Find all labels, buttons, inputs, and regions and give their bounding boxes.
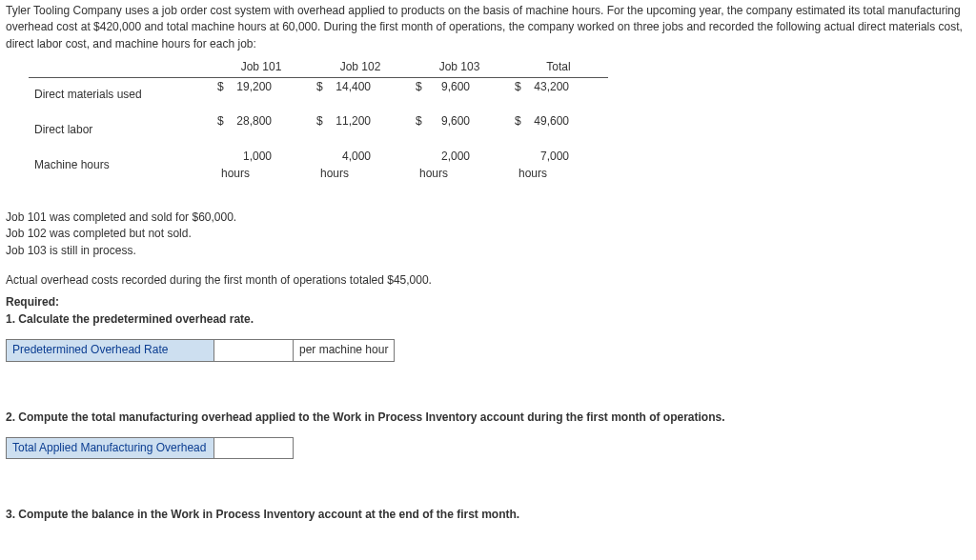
intro-paragraph: Tyler Tooling Company uses a job order c… [6,3,968,52]
job-status: Job 102 was completed but not sold. [6,226,968,242]
col-header: Job 101 [212,58,311,77]
row-label: Machine hours [29,148,212,183]
table-row: Direct labor $28,800 $11,200 $9,600 $49,… [29,112,608,148]
col-header: Job 103 [410,58,509,77]
page-content: Tyler Tooling Company uses a job order c… [0,0,974,530]
job-status-block: Job 101 was completed and sold for $60,0… [6,210,968,259]
required-heading: Required: [6,294,968,310]
job-cost-table: Job 101 Job 102 Job 103 Total Direct mat… [29,58,608,183]
row-label: Direct labor [29,112,212,148]
question-3: 3. Compute the balance in the Work in Pr… [6,507,968,523]
answer-2-row: Total Applied Manufacturing Overhead [6,437,294,459]
table-row: Direct materials used $19,200 $14,400 $9… [29,77,608,112]
actual-overhead-note: Actual overhead costs recorded during th… [6,272,968,289]
answer-1-label: Predetermined Overhead Rate [7,340,214,361]
question-1: 1. Calculate the predetermined overhead … [6,311,968,328]
answer-1-row: Predetermined Overhead Rate per machine … [6,339,395,361]
question-2: 2. Compute the total manufacturing overh… [6,410,968,426]
row-label: Direct materials used [29,77,212,112]
answer-1-unit: per machine hour [294,340,395,361]
job-status: Job 103 is still in process. [6,243,968,259]
job-status: Job 101 was completed and sold for $60,0… [6,210,968,226]
col-header: Total [509,58,608,77]
col-header: Job 102 [311,58,410,77]
answer-2-input[interactable] [214,438,294,459]
answer-2-label: Total Applied Manufacturing Overhead [7,438,214,459]
table-row: Machine hours 1,000hours 4,000hours 2,00… [29,148,608,183]
answer-1-input[interactable] [214,340,294,361]
